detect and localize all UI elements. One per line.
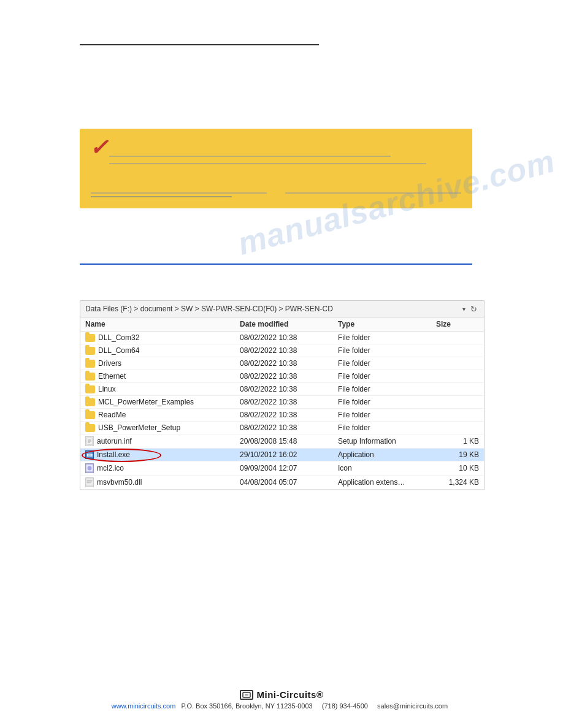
file-name: DLL_Com32 xyxy=(98,333,139,342)
date-modified: 08/02/2022 10:38 xyxy=(240,411,338,419)
date-modified: 09/09/2004 12:07 xyxy=(240,464,338,472)
footer-logo: Mini-Circuits® xyxy=(0,689,563,700)
svg-rect-9 xyxy=(86,479,93,486)
website-link[interactable]: www.minicircuits.com xyxy=(112,702,176,710)
row-name-cell: DLL_Com32 xyxy=(85,333,240,342)
address-text: P.O. Box 350166, Brooklyn, NY 11235-0003 xyxy=(181,702,312,710)
date-modified: 08/02/2022 10:38 xyxy=(240,359,338,368)
file-type: Setup Information xyxy=(338,437,436,446)
row-name-cell: USB_PowerMeter_Setup xyxy=(85,423,240,432)
file-size: 19 KB xyxy=(436,450,479,459)
file-name: Linux xyxy=(98,385,116,393)
col-date-header: Date modified xyxy=(240,320,338,328)
table-row[interactable]: autorun.inf 20/08/2008 15:48 Setup Infor… xyxy=(80,434,484,449)
date-modified: 08/02/2022 10:38 xyxy=(240,372,338,381)
note-box: ✓ xyxy=(80,129,472,208)
svg-text:EXE: EXE xyxy=(87,453,93,457)
file-type: File folder xyxy=(338,333,436,342)
row-name-cell: Drivers xyxy=(85,359,240,368)
table-row[interactable]: ReadMe 08/02/2022 10:38 File folder xyxy=(80,409,484,422)
table-row[interactable]: Linux 08/02/2022 10:38 File folder xyxy=(80,383,484,396)
footer-contact: www.minicircuits.com P.O. Box 350166, Br… xyxy=(0,702,563,710)
file-type: Application extens… xyxy=(338,478,436,487)
file-name: autorun.inf xyxy=(97,437,132,446)
table-row[interactable]: mcl2.ico 09/09/2004 12:07 Icon 10 KB xyxy=(80,461,484,476)
folder-icon xyxy=(85,424,95,432)
date-modified: 08/02/2022 10:38 xyxy=(240,333,338,342)
date-modified: 29/10/2012 16:02 xyxy=(240,450,338,459)
file-type: File folder xyxy=(338,346,436,355)
inf-file-icon xyxy=(85,436,94,446)
ico-file-icon xyxy=(85,463,94,473)
file-list: DLL_Com32 08/02/2022 10:38 File folder D… xyxy=(80,332,484,490)
email-text: sales@minicircuits.com xyxy=(377,702,448,710)
col-name-header: Name xyxy=(85,320,240,328)
file-name: USB_PowerMeter_Setup xyxy=(98,423,180,432)
date-modified: 04/08/2004 05:07 xyxy=(240,478,338,487)
date-modified: 20/08/2008 15:48 xyxy=(240,437,338,446)
file-size: 1,324 KB xyxy=(436,478,479,487)
folder-icon xyxy=(85,347,95,355)
dll-file-icon xyxy=(85,477,94,487)
file-explorer: Data Files (F:) > document > SW > SW-PWR… xyxy=(80,300,484,490)
footer: Mini-Circuits® www.minicircuits.com P.O.… xyxy=(0,689,563,710)
row-name-cell: Ethernet xyxy=(85,372,240,381)
row-name-cell: ReadMe xyxy=(85,411,240,419)
row-name-cell: Linux xyxy=(85,385,240,393)
page: ✓ manualsarchive.com Data Files (F:) > d… xyxy=(0,0,563,728)
table-row[interactable]: USB_PowerMeter_Setup 08/02/2022 10:38 Fi… xyxy=(80,422,484,434)
address-path: Data Files (F:) > document > SW > SW-PWR… xyxy=(85,305,460,313)
file-name: Drivers xyxy=(98,359,121,368)
exe-file-icon: EXE xyxy=(85,450,94,459)
note-underline-left xyxy=(91,192,267,194)
row-name-cell: MCL_PowerMeter_Examples xyxy=(85,398,240,406)
col-type-header: Type xyxy=(338,320,436,328)
chevron-down-icon: ▾ xyxy=(462,306,465,313)
refresh-icon[interactable]: ↻ xyxy=(468,303,479,314)
file-type: File folder xyxy=(338,398,436,406)
column-headers: Name Date modified Type Size xyxy=(80,317,484,332)
date-modified: 08/02/2022 10:38 xyxy=(240,346,338,355)
file-name: Ethernet xyxy=(98,372,126,381)
date-modified: 08/02/2022 10:38 xyxy=(240,423,338,432)
mini-circuits-logo-icon xyxy=(240,690,253,700)
file-type: Icon xyxy=(338,464,436,472)
company-name: Mini-Circuits® xyxy=(257,689,324,700)
checkmark-icon: ✓ xyxy=(90,135,108,161)
table-row[interactable]: EXE Install.exe 29/10/2012 16:02 Applica… xyxy=(80,449,484,461)
note-underline-right xyxy=(285,192,461,194)
top-line xyxy=(80,44,319,45)
folder-icon xyxy=(85,398,95,406)
file-name: DLL_Com64 xyxy=(98,346,139,355)
file-type: File folder xyxy=(338,411,436,419)
folder-icon xyxy=(85,411,95,419)
table-row[interactable]: Ethernet 08/02/2022 10:38 File folder xyxy=(80,370,484,383)
folder-icon xyxy=(85,360,95,368)
table-row[interactable]: Drivers 08/02/2022 10:38 File folder xyxy=(80,357,484,370)
address-bar: Data Files (F:) > document > SW > SW-PWR… xyxy=(80,301,484,317)
row-name-cell: mcl2.ico xyxy=(85,463,240,473)
table-row[interactable]: DLL_Com32 08/02/2022 10:38 File folder xyxy=(80,332,484,344)
folder-icon xyxy=(85,334,95,342)
date-modified: 08/02/2022 10:38 xyxy=(240,398,338,406)
svg-point-8 xyxy=(88,466,92,471)
row-name-cell: EXE Install.exe xyxy=(85,450,240,459)
col-size-header: Size xyxy=(436,320,479,328)
table-row[interactable]: MCL_PowerMeter_Examples 08/02/2022 10:38… xyxy=(80,396,484,409)
table-row[interactable]: DLL_Com64 08/02/2022 10:38 File folder xyxy=(80,344,484,357)
date-modified: 08/02/2022 10:38 xyxy=(240,385,338,393)
file-name: Install.exe xyxy=(97,450,130,459)
file-type: File folder xyxy=(338,423,436,432)
blue-divider xyxy=(80,264,472,265)
file-name: MCL_PowerMeter_Examples xyxy=(98,398,194,406)
row-name-cell: DLL_Com64 xyxy=(85,346,240,355)
file-type: File folder xyxy=(338,359,436,368)
row-name-cell: msvbvm50.dll xyxy=(85,477,240,487)
table-row[interactable]: msvbvm50.dll 04/08/2004 05:07 Applicatio… xyxy=(80,476,484,490)
file-name: ReadMe xyxy=(98,411,126,419)
file-type: File folder xyxy=(338,372,436,381)
phone-text: (718) 934-4500 xyxy=(322,702,368,710)
folder-icon xyxy=(85,373,95,381)
file-type: File folder xyxy=(338,385,436,393)
row-name-cell: autorun.inf xyxy=(85,436,240,446)
